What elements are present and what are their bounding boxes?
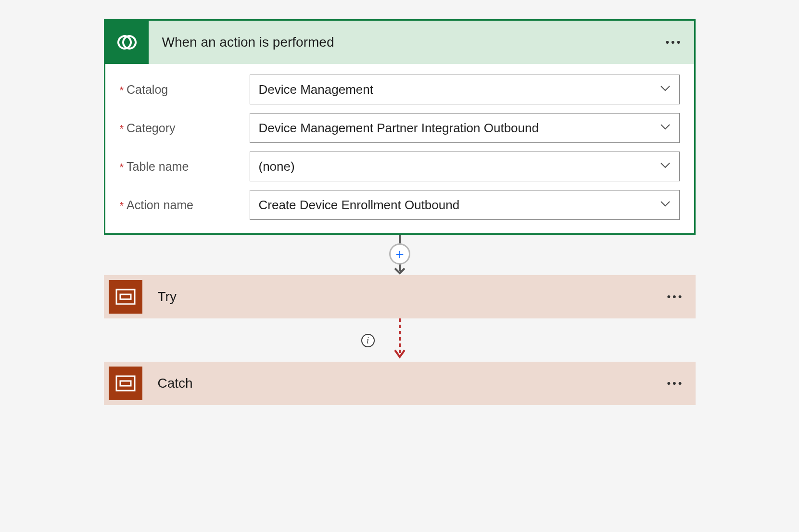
try-step-card[interactable]: Try ••• xyxy=(104,275,696,318)
trigger-header[interactable]: When an action is performed ••• xyxy=(105,21,694,64)
field-label-category: * Category xyxy=(120,121,250,135)
category-select[interactable]: Device Management Partner Integration Ou… xyxy=(250,113,680,143)
dataverse-icon xyxy=(105,21,149,64)
plus-icon: ＋ xyxy=(393,247,406,261)
scope-icon xyxy=(109,280,142,314)
field-label-table: * Table name xyxy=(120,160,250,174)
try-step-title: Try xyxy=(158,289,177,304)
flow-canvas: When an action is performed ••• * Catalo… xyxy=(29,19,770,405)
select-value: (none) xyxy=(259,159,295,174)
svg-rect-6 xyxy=(116,376,135,391)
field-label-catalog: * Catalog xyxy=(120,83,250,97)
select-value: Device Management Partner Integration Ou… xyxy=(259,121,539,136)
field-label-action: * Action name xyxy=(120,198,250,212)
arrow-down-icon xyxy=(393,264,407,275)
field-row-action: * Action name Create Device Enrollment O… xyxy=(120,190,680,220)
more-menu-icon[interactable]: ••• xyxy=(667,291,684,303)
label-text: Table name xyxy=(127,160,189,174)
catch-step-title: Catch xyxy=(158,376,193,391)
trigger-body: * Catalog Device Management * Category D… xyxy=(105,64,694,233)
label-text: Catalog xyxy=(127,83,168,97)
table-select[interactable]: (none) xyxy=(250,152,680,181)
required-indicator: * xyxy=(120,84,124,97)
dashed-arrow-icon xyxy=(393,318,407,362)
select-value: Device Management xyxy=(259,82,373,97)
more-menu-icon[interactable]: ••• xyxy=(665,36,682,49)
field-row-table: * Table name (none) xyxy=(120,152,680,181)
field-row-catalog: * Catalog Device Management xyxy=(120,75,680,104)
trigger-card[interactable]: When an action is performed ••• * Catalo… xyxy=(104,19,696,235)
field-row-category: * Category Device Management Partner Int… xyxy=(120,113,680,143)
svg-rect-7 xyxy=(120,381,131,386)
svg-rect-3 xyxy=(116,290,135,304)
required-indicator: * xyxy=(120,123,124,135)
required-indicator: * xyxy=(120,200,124,212)
action-select[interactable]: Create Device Enrollment Outbound xyxy=(250,190,680,220)
more-menu-icon[interactable]: ••• xyxy=(667,377,684,390)
svg-rect-4 xyxy=(120,294,131,299)
catch-step-card[interactable]: Catch ••• xyxy=(104,362,696,405)
add-step-button[interactable]: ＋ xyxy=(389,243,410,265)
chevron-down-icon xyxy=(660,162,671,171)
catalog-select[interactable]: Device Management xyxy=(250,75,680,104)
connector-line xyxy=(399,235,401,243)
label-text: Action name xyxy=(127,198,193,212)
scope-icon xyxy=(109,367,142,400)
info-icon[interactable]: i xyxy=(361,334,375,347)
trigger-title: When an action is performed xyxy=(162,35,334,50)
run-after-connector: i xyxy=(104,318,696,362)
chevron-down-icon xyxy=(660,85,671,94)
required-indicator: * xyxy=(120,161,124,174)
select-value: Create Device Enrollment Outbound xyxy=(259,198,460,213)
chevron-down-icon xyxy=(660,201,671,209)
chevron-down-icon xyxy=(660,124,671,132)
label-text: Category xyxy=(127,121,175,135)
